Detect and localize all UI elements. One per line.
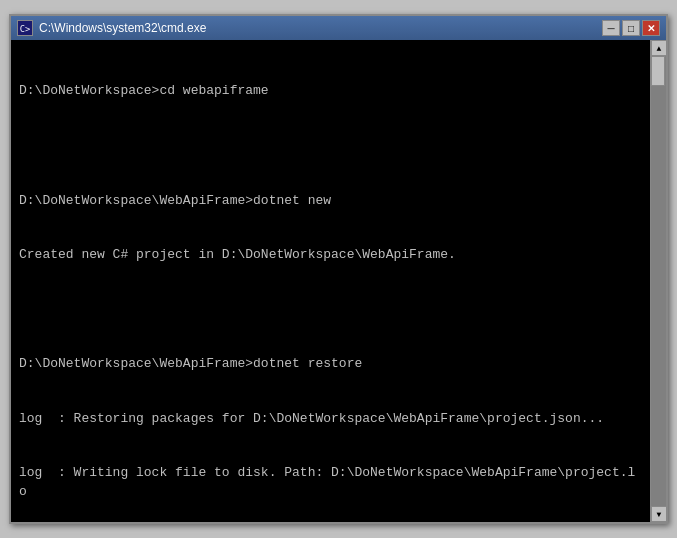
window-controls: ─ □ ✕ <box>602 20 660 36</box>
line-blank-2 <box>19 301 642 319</box>
line-5: log : Restoring packages for D:\DoNetWor… <box>19 410 642 428</box>
line-4: D:\DoNetWorkspace\WebApiFrame>dotnet res… <box>19 355 642 373</box>
maximize-button[interactable]: □ <box>622 20 640 36</box>
line-2: D:\DoNetWorkspace\WebApiFrame>dotnet new <box>19 192 642 210</box>
cmd-icon: C> <box>17 20 33 36</box>
minimize-button[interactable]: ─ <box>602 20 620 36</box>
terminal-output[interactable]: D:\DoNetWorkspace>cd webapiframe D:\DoNe… <box>11 40 650 522</box>
scroll-up-button[interactable]: ▲ <box>651 40 666 56</box>
scrollbar-thumb[interactable] <box>651 56 665 86</box>
line-blank-1 <box>19 137 642 155</box>
cmd-window: C> C:\Windows\system32\cmd.exe ─ □ ✕ D:\… <box>9 14 668 524</box>
line-6: log : Writing lock file to disk. Path: D… <box>19 464 642 500</box>
line-1: D:\DoNetWorkspace>cd webapiframe <box>19 82 642 100</box>
scrollbar-track[interactable] <box>651 56 666 506</box>
content-area: D:\DoNetWorkspace>cd webapiframe D:\DoNe… <box>11 40 666 522</box>
scroll-down-button[interactable]: ▼ <box>651 506 666 522</box>
svg-text:C>: C> <box>20 24 31 34</box>
close-button[interactable]: ✕ <box>642 20 660 36</box>
title-bar: C> C:\Windows\system32\cmd.exe ─ □ ✕ <box>11 16 666 40</box>
line-3: Created new C# project in D:\DoNetWorksp… <box>19 246 642 264</box>
scrollbar[interactable]: ▲ ▼ <box>650 40 666 522</box>
title-bar-left: C> C:\Windows\system32\cmd.exe <box>17 20 206 36</box>
window-title: C:\Windows\system32\cmd.exe <box>39 21 206 35</box>
